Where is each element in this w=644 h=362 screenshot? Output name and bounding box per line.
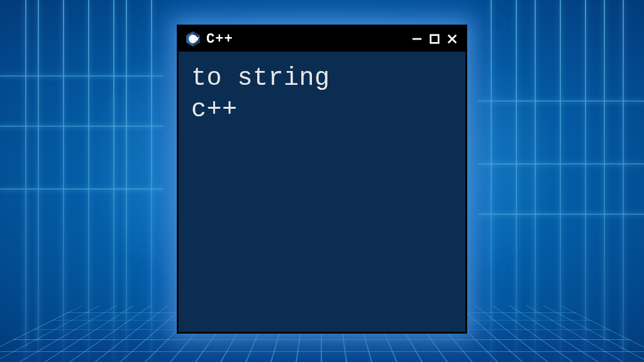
window-controls [410,32,459,46]
svg-rect-5 [431,35,439,43]
terminal-window: + + C++ to string c++ [177,25,467,333]
cpp-logo-icon: + + [185,31,201,47]
terminal-body: to string c++ [179,52,465,137]
titlebar[interactable]: + + C++ [179,26,465,52]
content-line-2: c++ [191,94,453,126]
maximize-icon [429,33,440,45]
minimize-button[interactable] [410,32,424,46]
close-button[interactable] [445,32,459,46]
minimize-icon [411,33,423,45]
content-line-1: to string [191,63,453,94]
close-icon [447,33,458,45]
window-title: C++ [206,31,405,47]
svg-text:+: + [197,36,199,39]
maximize-button[interactable] [428,32,441,46]
svg-text:+: + [196,36,197,39]
